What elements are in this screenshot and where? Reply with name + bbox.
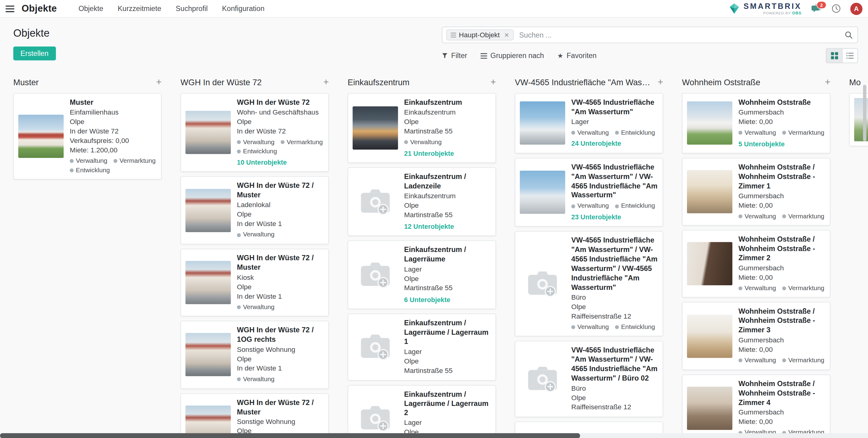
- card-line: Miete: 0,00: [739, 417, 826, 427]
- tag-label: Verwaltung: [745, 284, 776, 293]
- card-line: Lager: [404, 418, 491, 428]
- card-image: [186, 333, 231, 376]
- kanban-card[interactable]: WGH In der Wüste 72 / 1OG rechts Sonstig…: [180, 321, 329, 389]
- card-image: [520, 171, 565, 214]
- card-image: [352, 325, 398, 368]
- favorites-button[interactable]: ★ Favoriten: [557, 52, 597, 60]
- card-image: [352, 106, 398, 149]
- camera-placeholder-icon: [526, 364, 559, 393]
- kanban-card[interactable]: WGH In der Wüste 72 / Muster LadenlokalO…: [180, 177, 329, 244]
- kanban-card[interactable]: Muster EinfamilienhausOlpeIn der Wüste 7…: [13, 93, 162, 180]
- add-record-icon[interactable]: +: [820, 77, 831, 87]
- kanban-card[interactable]: VW-4565 Industriefläche "Am Wasserturm" …: [515, 341, 663, 417]
- add-record-icon[interactable]: +: [152, 77, 162, 87]
- kanban-card[interactable]: Wohnheim Oststraße GummersbachMiete: 0,0…: [682, 93, 831, 153]
- column-cards: WGH In der Wüste 72 Wohn- und Geschäftsh…: [180, 93, 329, 438]
- tag-dot-icon: [571, 204, 575, 208]
- tag-label: Entwicklung: [76, 166, 110, 174]
- kanban-view-button[interactable]: [827, 49, 842, 63]
- grid-view-icon: [831, 52, 838, 59]
- card-line: Olpe: [404, 357, 491, 366]
- control-panel: Objekte Erstellen Haupt-Objekt ✕: [0, 18, 868, 70]
- card-image: [186, 189, 231, 232]
- search-icon[interactable]: [845, 31, 852, 39]
- add-record-icon[interactable]: +: [653, 77, 663, 87]
- brand-text: SMARTBRIX POWERED BY OBS: [743, 2, 802, 15]
- menu-item-objekte[interactable]: Objekte: [71, 5, 111, 13]
- kanban-card[interactable]: Einkaufszentrum EinkaufszentrumOlpeMarti…: [348, 93, 496, 163]
- card-image: [18, 115, 64, 158]
- card-body: Einkaufszentrum / Lagerräume / Lagerraum…: [404, 319, 491, 375]
- facet-remove-icon[interactable]: ✕: [504, 31, 509, 38]
- card-body: Wohnheim Oststraße / Wohnheim Oststraße …: [739, 379, 826, 437]
- kanban-card[interactable]: Einkaufszentrum / Lagerräume / Lagerraum…: [348, 314, 496, 381]
- kanban-card[interactable]: Einkaufszentrum / Lagerräume / Lagerraum…: [348, 385, 496, 438]
- card-tag: Verwaltung: [237, 231, 274, 239]
- card-image: [352, 397, 398, 438]
- controls-row: Filter Gruppieren nach ★ Favoriten: [442, 48, 858, 63]
- tag-label: Verwaltung: [76, 157, 107, 165]
- card-image: [520, 102, 565, 145]
- card-title: Muster: [70, 98, 157, 108]
- card-title: Einkaufszentrum / Lagerräume / Lagerraum…: [404, 390, 491, 418]
- kanban-card[interactable]: WGH In der Wüste 72 / Muster Sonstige Wo…: [180, 393, 329, 438]
- kanban-card[interactable]: WGH In der Wüste 72 / Muster KioskOlpeIn…: [180, 249, 329, 316]
- card-line: Olpe: [404, 201, 491, 210]
- activity-clock-icon[interactable]: [831, 4, 841, 13]
- list-view-button[interactable]: [842, 49, 858, 63]
- card-subobjects-count: 12 Unterobjekte: [404, 222, 491, 231]
- kanban-card[interactable]: Wohnheim Oststraße / Wohnheim Oststraße …: [682, 158, 831, 226]
- card-line: Miete: 0,00: [739, 117, 826, 127]
- column-title: VW-4565 Industriefläche "Am Wasserturm": [515, 77, 653, 87]
- card-tags: VerwaltungEntwicklung: [571, 128, 658, 137]
- column-title: WGH In der Wüste 72: [180, 77, 319, 87]
- card-tags: VerwaltungEntwicklung: [571, 323, 658, 331]
- kanban-card[interactable]: Wohnheim Oststraße / Wohnheim Oststraße …: [682, 302, 831, 370]
- card-tags: VerwaltungVermarktung: [739, 356, 826, 365]
- menu-item-suchprofil[interactable]: Suchprofil: [168, 5, 215, 13]
- search-bar[interactable]: Haupt-Objekt ✕: [442, 27, 858, 43]
- column-title: Einkaufszentrum: [348, 77, 486, 87]
- menu-item-kurzzeitmiete[interactable]: Kurzzeitmiete: [111, 5, 168, 13]
- hamburger-menu-icon[interactable]: [5, 3, 17, 14]
- card-line: Gummersbach: [739, 408, 826, 417]
- tag-label: Verwaltung: [578, 323, 609, 331]
- kanban-card[interactable]: Wohnheim Oststraße / Wohnheim Oststraße …: [682, 375, 831, 438]
- vertical-scrollbar-thumb[interactable]: [863, 85, 866, 141]
- user-avatar[interactable]: A: [850, 2, 863, 14]
- filter-button[interactable]: Filter: [442, 52, 467, 60]
- card-tag: Entwicklung: [615, 128, 655, 137]
- card-title: WGH In der Wüste 72 / 1OG rechts: [237, 326, 324, 345]
- card-lines: GummersbachMiete: 0,00: [739, 408, 826, 427]
- systray: 2 A: [811, 2, 863, 14]
- card-image: [687, 102, 733, 145]
- card-title: Wohnheim Oststraße / Wohnheim Oststraße …: [739, 307, 826, 335]
- tag-label: Verwaltung: [243, 138, 274, 146]
- create-button[interactable]: Erstellen: [13, 47, 56, 60]
- card-line: Olpe: [70, 117, 157, 127]
- card-lines: GummersbachMiete: 0,00: [739, 336, 826, 355]
- card-tags: VerwaltungVermarktung: [739, 212, 826, 221]
- kanban-card[interactable]: Einkaufszentrum / Ladenzeile Einkaufszen…: [348, 167, 496, 236]
- tag-label: Verwaltung: [410, 138, 442, 146]
- messages-icon[interactable]: 2: [811, 4, 822, 13]
- card-title: Einkaufszentrum / Ladenzeile: [404, 172, 491, 191]
- menu-item-konfiguration[interactable]: Konfiguration: [215, 5, 272, 13]
- card-tag: Verwaltung: [237, 303, 274, 311]
- main-menu: Objekte Kurzzeitmiete Suchprofil Konfigu…: [71, 5, 272, 13]
- kanban-card[interactable]: VW-4565 Industriefläche "Am Wasserturm" …: [515, 231, 663, 337]
- search-input[interactable]: [518, 30, 844, 40]
- group-by-button[interactable]: Gruppieren nach: [480, 52, 544, 60]
- add-record-icon[interactable]: +: [319, 77, 329, 87]
- add-record-icon[interactable]: +: [486, 77, 496, 87]
- card-tag: Verwaltung: [237, 138, 274, 146]
- kanban-card[interactable]: WGH In der Wüste 72 Wohn- und Geschäftsh…: [180, 93, 329, 172]
- brand-tagline-obs: OBS: [792, 11, 802, 15]
- kanban-card[interactable]: Wohnheim Oststraße / Wohnheim Oststraße …: [682, 230, 831, 298]
- kanban-card[interactable]: VW-4565 Industriefläche "Am Wasserturm" …: [515, 93, 663, 153]
- horizontal-scrollbar-thumb[interactable]: [0, 433, 580, 438]
- kanban-card[interactable]: VW-4565 Industriefläche "Am Wasserturm" …: [515, 157, 663, 227]
- kanban-card[interactable]: Einkaufszentrum / Lagerräume LagerOlpeMa…: [348, 240, 496, 309]
- card-line: In der Wüste 1: [237, 364, 324, 374]
- column-cards: Einkaufszentrum EinkaufszentrumOlpeMarti…: [348, 93, 496, 438]
